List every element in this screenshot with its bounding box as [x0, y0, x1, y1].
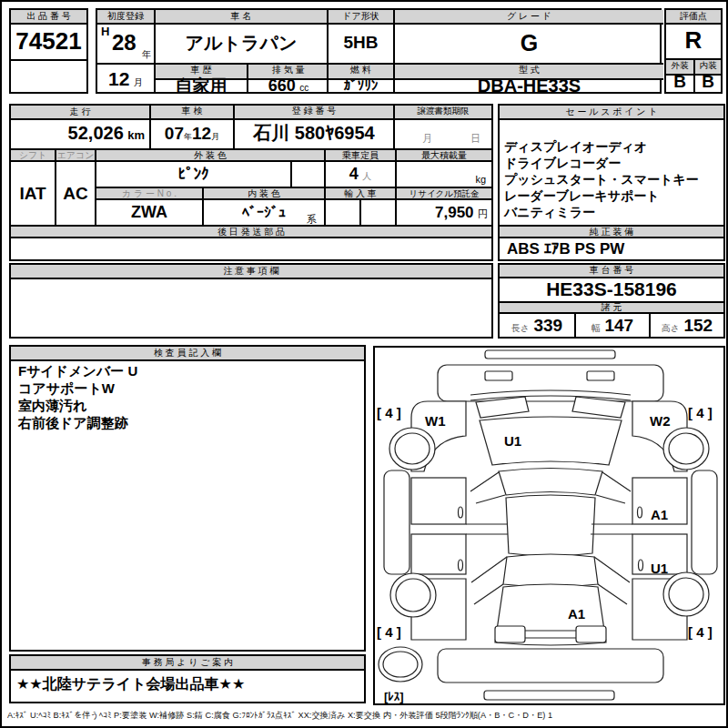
exterior-color-label: 外 装 色 — [95, 148, 324, 162]
spec-length-cell: 長さ 339 — [500, 314, 574, 337]
inspection-year: 07 — [165, 124, 184, 143]
transfer-cell: 月 日 — [393, 118, 491, 148]
color-no-value: ZWA — [95, 200, 202, 225]
mileage-unit: km — [127, 128, 145, 142]
recycle-deposit-value: 7,950 — [435, 204, 474, 221]
door-handle-icon — [459, 507, 463, 518]
chassis-no-value: HE33S-158196 — [500, 277, 723, 301]
corner-mark-top-right: [ 4 ] — [688, 405, 713, 420]
door-handle-icon — [639, 560, 643, 571]
capacity-unit: 人 — [362, 171, 371, 181]
reg-number-label: 登 録 番 号 — [233, 106, 393, 118]
rear-plate-right — [576, 626, 606, 642]
front-plate-left — [485, 371, 512, 380]
auction-no-empty-cell — [11, 59, 86, 92]
inspector-notes-block: 検 査 員 記 入 欄 Fサイドメンバー U コアサポートW 室内薄汚れ 右前後… — [9, 345, 366, 652]
door-handle-icon — [638, 507, 642, 518]
recycle-deposit-label: リサイクル預託金 — [395, 187, 491, 200]
car-outline-svg: [ 4 ] W1 U1 W2 [ 4 ] A1 U1 A1 [ 4 ] [ 4 … — [375, 348, 723, 703]
front-bumper — [485, 350, 615, 359]
history-value: 自家用 — [156, 76, 247, 92]
shift-value: IAT — [11, 162, 55, 225]
displacement-unit: cc — [299, 83, 308, 92]
hood — [480, 417, 622, 465]
spec-width-value: 147 — [604, 316, 633, 335]
vehicle-header-table: 初度登録 H 28 年 12 月 車 名 アルトラパン 車 歴 自家用 排 気 … — [96, 8, 662, 94]
inspector-line: コアサポートW — [18, 379, 364, 397]
spare-tire-inner — [383, 652, 418, 677]
mark-a1-hatch: A1 — [568, 606, 585, 622]
car-damage-diagram: [ 4 ] W1 U1 W2 [ 4 ] A1 U1 A1 [ 4 ] [ 4 … — [373, 346, 725, 705]
rocker-left — [384, 470, 410, 574]
spec-height-value: 152 — [683, 316, 713, 335]
exterior-color-value: ﾋﾟﾝｸ — [95, 162, 290, 187]
spare-mark: [ﾚｽ] — [384, 690, 404, 703]
spec-width-cell: 幅 147 — [574, 314, 649, 337]
later-parts-label: 後 日 発 送 部 品 — [11, 225, 491, 238]
first-reg-year: 28 — [112, 30, 136, 56]
model-code-value: DBA-HE33S — [395, 76, 663, 92]
rear-window — [503, 554, 598, 587]
score-exterior-value: B — [666, 72, 693, 92]
mileage-label: 走 行 — [11, 106, 149, 116]
notes-empty — [11, 278, 491, 337]
front-door-left — [411, 478, 466, 524]
inspection-cell: 07年12月 — [149, 118, 233, 148]
mark-a1-front-door: A1 — [651, 507, 668, 522]
corner-mark-bottom-left: [ 4 ] — [377, 624, 401, 640]
auction-no-block: 出 品 番 号 74521 — [9, 8, 88, 94]
oem-equipment-label: 純 正 装 備 — [500, 225, 723, 238]
score-interior-value: B — [693, 72, 721, 92]
sales-point-item: プッシュスタート・スマートキー — [504, 171, 723, 187]
chassis-specs-block: 車 台 番 号 HE33S-158196 諸 元 長さ 339 幅 147 高さ… — [498, 263, 725, 339]
door-handle-icon — [459, 560, 463, 571]
sales-point-item: バニティミラー — [504, 204, 723, 220]
spec-height-label: 高さ — [662, 323, 680, 333]
inspector-lines: Fサイドメンバー U コアサポートW 室内薄汚れ 右前後ドア調整跡 — [11, 359, 364, 650]
sales-point-item: ディスプレイオーディオ — [504, 138, 723, 155]
first-reg-year-unit: 年 — [142, 48, 151, 61]
car-outline — [379, 350, 717, 700]
sales-points-block: セ ー ル ス ポ イ ン ト ディスプレイオーディオ ドライブレコーダー プッ… — [498, 104, 725, 261]
fuel-value: ｶﾞｿﾘﾝ — [329, 76, 393, 92]
max-load-label: 最大積載量 — [395, 148, 491, 162]
wheel-front-right-inner — [669, 433, 703, 464]
spec-height-cell: 高さ 152 — [649, 314, 723, 337]
office-notice-block: 事 務 局 よ り ご 案 内 ★★北陸サテライト会場出品車★★ — [9, 654, 366, 703]
interior-color-cell: ﾍﾞｰｼﾞｭ 系 — [202, 200, 324, 225]
aircon-label: エアコン — [55, 148, 95, 162]
capacity-label: 乗車定員 — [324, 148, 395, 162]
notes-block: 注 意 事 項 欄 — [9, 263, 493, 339]
score-block: 評価点 R 外装 内装 B B — [664, 8, 723, 94]
car-name-column: 車 名 アルトラパン 車 歴 自家用 排 気 量 660 cc — [154, 10, 327, 92]
rear-door-left — [411, 534, 466, 574]
door-value: 5HB — [329, 23, 393, 63]
first-reg-column: 初度登録 H 28 年 12 月 — [97, 10, 154, 92]
sales-points-list: ディスプレイオーディオ ドライブレコーダー プッシュスタート・スマートキー レー… — [500, 118, 723, 225]
import-car-empty-1 — [324, 200, 359, 225]
mark-w1: W1 — [425, 413, 446, 429]
displacement-cell: 排 気 量 660 cc — [247, 63, 327, 92]
inspection-label: 車 検 — [149, 106, 233, 118]
transfer-day-unit: 日 — [470, 132, 480, 146]
exterior-color-code-empty — [290, 162, 324, 187]
first-reg-month-cell: 12 月 — [97, 63, 154, 92]
interior-color-label: 内 装 色 — [202, 187, 324, 200]
transfer-label: 譲渡書類期限 — [393, 106, 491, 118]
inspection-year-unit: 年 — [184, 132, 192, 141]
mark-u1-rear-door: U1 — [651, 561, 668, 576]
corner-mark-top-left: [ 4 ] — [377, 405, 401, 420]
mark-w2: W2 — [650, 413, 671, 429]
displacement-value-cell: 660 cc — [248, 76, 327, 92]
first-reg-year-cell: H 28 年 — [97, 23, 154, 63]
first-reg-era: H — [101, 25, 109, 38]
transfer-month-unit: 月 — [422, 132, 432, 146]
mileage-value: 52,026 — [68, 123, 124, 143]
reg-number-value: 石川 580ﾔ6954 — [233, 118, 393, 148]
capacity-cell: 4 人 — [324, 162, 395, 187]
inspector-line: 右前後ドア調整跡 — [18, 414, 364, 431]
legend-line: A:ｷｽﾞ U:ﾍｺﾐ B:ｷｽﾞを伴うﾍｺﾐ P:要塗装 W:補修跡 S:錆 … — [7, 710, 726, 722]
auction-no-value: 74521 — [11, 23, 86, 59]
grade-column: グ レ ー ド G 型 式 DBA-HE33S — [393, 10, 663, 92]
front-plate-right — [587, 371, 614, 380]
